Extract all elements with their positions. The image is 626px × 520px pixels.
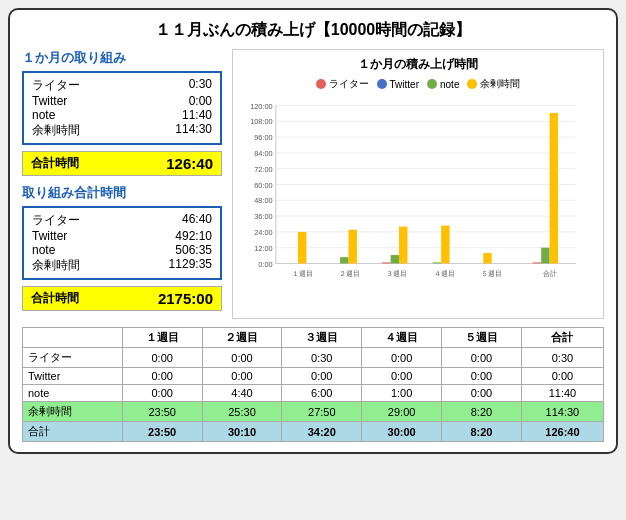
row-cell-3: 0:00 bbox=[362, 368, 442, 385]
data-table: １週目 ２週目 ３週目 ４週目 ５週目 合計 ライター0:000:000:300… bbox=[22, 327, 604, 442]
monthly-writer-value: 0:30 bbox=[189, 77, 212, 94]
monthly-remainder-label: 余剰時間 bbox=[32, 122, 80, 139]
monthly-twitter-label: Twitter bbox=[32, 94, 67, 108]
table-section: １週目 ２週目 ３週目 ４週目 ５週目 合計 ライター0:000:000:300… bbox=[22, 327, 604, 442]
row-label: 合計 bbox=[23, 422, 123, 442]
row-cell-5: 126:40 bbox=[521, 422, 603, 442]
monthly-total-label: 合計時間 bbox=[31, 155, 79, 172]
cumulative-total-box: 合計時間 2175:00 bbox=[22, 286, 222, 311]
row-cell-1: 25:30 bbox=[202, 402, 282, 422]
svg-text:120:00: 120:00 bbox=[250, 102, 273, 111]
row-cell-3: 0:00 bbox=[362, 348, 442, 368]
row-cell-3: 1:00 bbox=[362, 385, 442, 402]
row-cell-1: 0:00 bbox=[202, 368, 282, 385]
row-cell-0: 0:00 bbox=[122, 348, 202, 368]
cumulative-writer-row: ライター 46:40 bbox=[32, 212, 212, 229]
monthly-total-value: 126:40 bbox=[166, 155, 213, 172]
svg-text:12:00: 12:00 bbox=[254, 244, 272, 253]
monthly-title: １か月の取り組み bbox=[22, 49, 222, 67]
table-row: note0:004:406:001:000:0011:40 bbox=[23, 385, 604, 402]
cumulative-remainder-value: 1129:35 bbox=[169, 257, 212, 274]
monthly-note-row: note 11:40 bbox=[32, 108, 212, 122]
cumulative-total-value: 2175:00 bbox=[158, 290, 213, 307]
monthly-twitter-row: Twitter 0:00 bbox=[32, 94, 212, 108]
row-cell-4: 0:00 bbox=[442, 368, 522, 385]
monthly-writer-label: ライター bbox=[32, 77, 80, 94]
legend-note: note bbox=[427, 77, 459, 91]
svg-text:４週目: ４週目 bbox=[434, 269, 455, 278]
cumulative-note-row: note 506:35 bbox=[32, 243, 212, 257]
cumulative-twitter-row: Twitter 492:10 bbox=[32, 229, 212, 243]
row-cell-1: 4:40 bbox=[202, 385, 282, 402]
top-section: １か月の取り組み ライター 0:30 Twitter 0:00 note 11:… bbox=[22, 49, 604, 319]
chart-svg: 120:00 108:00 96:00 84:00 72:00 60:00 48… bbox=[239, 95, 597, 285]
svg-text:0:00: 0:00 bbox=[258, 260, 272, 269]
monthly-stats-box: ライター 0:30 Twitter 0:00 note 11:40 余剰時間 1… bbox=[22, 71, 222, 145]
bar-w4-remainder bbox=[441, 226, 449, 264]
monthly-note-value: 11:40 bbox=[182, 108, 212, 122]
bar-w1-remainder bbox=[298, 232, 306, 264]
bar-w3-writer bbox=[382, 262, 390, 263]
row-cell-5: 114:30 bbox=[521, 402, 603, 422]
row-cell-4: 8:20 bbox=[442, 402, 522, 422]
legend-remainder-dot bbox=[467, 79, 477, 89]
row-cell-5: 0:30 bbox=[521, 348, 603, 368]
svg-text:96:00: 96:00 bbox=[254, 133, 272, 142]
cumulative-remainder-label: 余剰時間 bbox=[32, 257, 80, 274]
chart-legend: ライター Twitter note 余剰時間 bbox=[239, 77, 597, 91]
bar-w5-remainder bbox=[483, 253, 491, 264]
svg-text:５週目: ５週目 bbox=[481, 269, 502, 278]
legend-writer-dot bbox=[316, 79, 326, 89]
bar-w2-remainder bbox=[349, 230, 357, 264]
row-cell-5: 0:00 bbox=[521, 368, 603, 385]
row-cell-4: 8:20 bbox=[442, 422, 522, 442]
legend-note-label: note bbox=[440, 79, 459, 90]
legend-twitter-dot bbox=[377, 79, 387, 89]
monthly-twitter-value: 0:00 bbox=[189, 94, 212, 108]
chart-panel: １か月の積み上げ時間 ライター Twitter note 余剰時間 bbox=[232, 49, 604, 319]
row-cell-2: 0:00 bbox=[282, 368, 362, 385]
row-cell-4: 0:00 bbox=[442, 348, 522, 368]
cumulative-stats-box: ライター 46:40 Twitter 492:10 note 506:35 余剰… bbox=[22, 206, 222, 280]
cumulative-total-label: 合計時間 bbox=[31, 290, 79, 307]
monthly-remainder-row: 余剰時間 114:30 bbox=[32, 122, 212, 139]
cumulative-twitter-value: 492:10 bbox=[175, 229, 212, 243]
svg-text:合計: 合計 bbox=[543, 269, 557, 278]
monthly-writer-row: ライター 0:30 bbox=[32, 77, 212, 94]
legend-remainder: 余剰時間 bbox=[467, 77, 520, 91]
left-panel: １か月の取り組み ライター 0:30 Twitter 0:00 note 11:… bbox=[22, 49, 222, 319]
row-cell-0: 0:00 bbox=[122, 368, 202, 385]
main-container: １１月ぶんの積み上げ【10000時間の記録】 １か月の取り組み ライター 0:3… bbox=[8, 8, 618, 454]
svg-text:108:00: 108:00 bbox=[250, 117, 273, 126]
cumulative-remainder-row: 余剰時間 1129:35 bbox=[32, 257, 212, 274]
bar-total-note bbox=[541, 248, 549, 264]
legend-writer-label: ライター bbox=[329, 77, 369, 91]
svg-text:84:00: 84:00 bbox=[254, 149, 272, 158]
col-header-label bbox=[23, 328, 123, 348]
cumulative-title: 取り組み合計時間 bbox=[22, 184, 222, 202]
chart-area: 120:00 108:00 96:00 84:00 72:00 60:00 48… bbox=[239, 95, 597, 255]
legend-writer: ライター bbox=[316, 77, 369, 91]
row-label: note bbox=[23, 385, 123, 402]
col-header-w5: ５週目 bbox=[442, 328, 522, 348]
monthly-total-box: 合計時間 126:40 bbox=[22, 151, 222, 176]
cumulative-note-value: 506:35 bbox=[175, 243, 212, 257]
row-cell-1: 0:00 bbox=[202, 348, 282, 368]
svg-text:60:00: 60:00 bbox=[254, 181, 272, 190]
svg-text:72:00: 72:00 bbox=[254, 165, 272, 174]
bar-w3-note bbox=[391, 255, 399, 263]
row-cell-0: 23:50 bbox=[122, 402, 202, 422]
svg-text:48:00: 48:00 bbox=[254, 196, 272, 205]
monthly-note-label: note bbox=[32, 108, 55, 122]
row-label: Twitter bbox=[23, 368, 123, 385]
svg-text:24:00: 24:00 bbox=[254, 228, 272, 237]
row-cell-2: 6:00 bbox=[282, 385, 362, 402]
row-cell-4: 0:00 bbox=[442, 385, 522, 402]
svg-text:３週目: ３週目 bbox=[386, 269, 407, 278]
col-header-w4: ４週目 bbox=[362, 328, 442, 348]
col-header-w3: ３週目 bbox=[282, 328, 362, 348]
row-cell-2: 0:30 bbox=[282, 348, 362, 368]
cumulative-twitter-label: Twitter bbox=[32, 229, 67, 243]
cumulative-writer-value: 46:40 bbox=[182, 212, 212, 229]
page-title: １１月ぶんの積み上げ【10000時間の記録】 bbox=[22, 20, 604, 41]
